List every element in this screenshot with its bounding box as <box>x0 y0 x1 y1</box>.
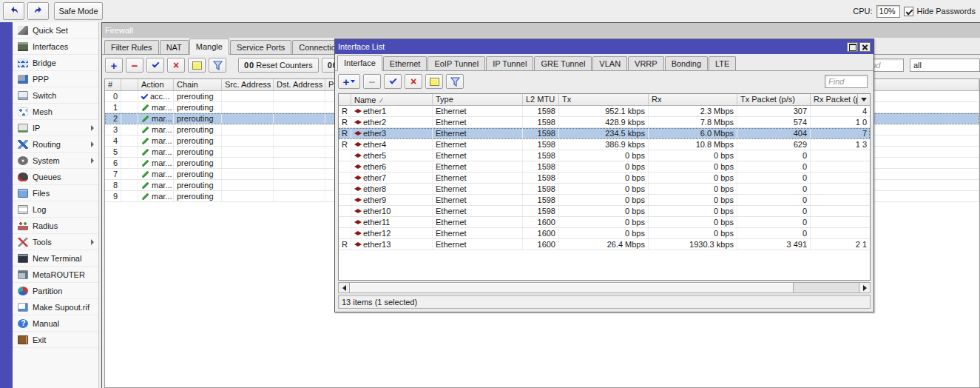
col-tx-packet[interactable]: Tx Packet (p/s) <box>737 94 811 105</box>
interface-table: Name Type L2 MTU Tx Rx Tx Packet (p/s) R… <box>338 93 871 281</box>
interface-row[interactable]: ether7 Ethernet 1598 0 bps 0 bps 0 <box>339 173 870 184</box>
scroll-right-button[interactable] <box>859 283 870 292</box>
maximize-button[interactable] <box>847 42 858 52</box>
interface-list-tab[interactable]: VLAN <box>592 56 627 70</box>
remove-interface-button[interactable]: − <box>363 74 381 89</box>
column-chooser-button[interactable] <box>857 94 870 106</box>
interface-find-input[interactable] <box>825 75 868 88</box>
interface-list-tab[interactable]: GRE Tunnel <box>534 56 592 70</box>
col-blank[interactable] <box>121 79 138 90</box>
interface-list-tab[interactable]: Interface <box>337 55 382 71</box>
filter-button[interactable] <box>209 58 226 73</box>
interface-row[interactable]: R ether13 Ethernet 1600 26.4 Mbps 1930.3… <box>339 239 870 250</box>
interface-row[interactable]: R ether3 Ethernet 1598 234.5 kbps 6.0 Mb… <box>339 128 870 139</box>
sidebar-item[interactable]: MetaROUTER <box>13 267 98 283</box>
firewall-tab[interactable]: NAT <box>160 40 189 54</box>
scrollbar-thumb[interactable] <box>350 283 794 292</box>
firewall-tab[interactable]: Filter Rules <box>104 40 159 54</box>
supout-icon <box>18 303 28 312</box>
interface-list-tab[interactable]: Ethernet <box>383 56 428 70</box>
col-rx[interactable]: Rx <box>649 94 737 105</box>
plus-icon: + <box>111 60 118 71</box>
horizontal-scrollbar[interactable] <box>338 282 871 293</box>
add-interface-button[interactable]: + <box>338 74 360 89</box>
cpu-value: 10% <box>876 5 900 18</box>
sidebar-item[interactable]: Quick Set <box>13 22 98 39</box>
ppp-icon <box>18 75 28 84</box>
x-icon: × <box>173 60 179 70</box>
interface-list-tab[interactable]: EoIP Tunnel <box>428 56 485 70</box>
scroll-left-button[interactable] <box>339 283 350 292</box>
interface-list-tab[interactable]: IP Tunnel <box>486 56 533 70</box>
col-src-address[interactable]: Src. Address <box>222 79 274 90</box>
sidebar-item[interactable]: Log <box>13 201 98 218</box>
partition-icon <box>18 287 28 295</box>
interface-row[interactable]: ether8 Ethernet 1598 0 bps 0 bps 0 <box>339 184 870 195</box>
sidebar-item[interactable]: PPP <box>13 71 98 87</box>
queues-icon <box>18 173 28 181</box>
close-button[interactable] <box>859 42 871 52</box>
sidebar-item[interactable]: Routing <box>13 136 98 153</box>
sidebar-item[interactable]: Exit <box>13 332 98 348</box>
sidebar-item[interactable]: System <box>13 153 98 169</box>
x-icon: × <box>410 76 416 87</box>
remove-rule-button[interactable]: − <box>126 58 143 73</box>
sidebar-item[interactable]: Switch <box>13 87 98 104</box>
sidebar-item[interactable]: Make Supout.rif <box>13 299 98 315</box>
col-flag[interactable] <box>339 94 351 105</box>
interface-row[interactable]: ether12 Ethernet 1600 0 bps 0 bps 0 <box>339 228 870 239</box>
interface-list-tab[interactable]: Bonding <box>665 56 708 70</box>
add-rule-button[interactable]: + <box>105 58 123 73</box>
redo-button[interactable] <box>27 2 49 20</box>
sidebar-item[interactable]: New Terminal <box>13 250 98 267</box>
interface-row[interactable]: ether5 Ethernet 1598 0 bps 0 bps 0 <box>339 150 870 161</box>
interface-row[interactable]: R ether1 Ethernet 1598 952.1 kbps 2.3 Mb… <box>339 106 870 117</box>
col-l2mtu[interactable]: L2 MTU <box>523 94 559 105</box>
interface-row[interactable]: R ether4 Ethernet 1598 386.9 kbps 10.8 M… <box>339 139 870 150</box>
interface-list-tab[interactable]: LTE <box>709 56 736 70</box>
undo-button[interactable] <box>3 2 24 20</box>
col-action[interactable]: Action <box>138 79 174 90</box>
col-dst-address[interactable]: Dst. Address <box>274 79 325 90</box>
disable-interface-button[interactable]: × <box>405 74 422 89</box>
col-type[interactable]: Type <box>433 94 523 105</box>
interface-table-header: Name Type L2 MTU Tx Rx Tx Packet (p/s) R… <box>339 94 870 106</box>
mark-icon <box>142 137 149 144</box>
filter-button[interactable] <box>446 74 464 89</box>
disable-rule-button[interactable]: × <box>167 58 185 73</box>
interface-row[interactable]: ether10 Ethernet 1598 0 bps 0 bps 0 <box>339 206 870 217</box>
interface-row[interactable]: ether6 Ethernet 1598 0 bps 0 bps 0 <box>339 161 870 173</box>
sidebar-item[interactable]: Queues <box>13 169 98 185</box>
scrollbar-track[interactable] <box>794 283 859 292</box>
hide-passwords-checkbox[interactable] <box>904 7 913 16</box>
comment-button[interactable] <box>188 58 206 73</box>
check-icon <box>152 61 159 68</box>
sidebar-item[interactable]: Tools <box>13 234 98 250</box>
interface-list-tab[interactable]: VRRP <box>628 56 664 70</box>
sidebar-item[interactable]: Mesh <box>13 104 98 120</box>
col-chain[interactable]: Chain <box>174 79 222 90</box>
firewall-tab[interactable]: Mangle <box>189 39 229 55</box>
firewall-tab[interactable]: Service Ports <box>230 40 291 54</box>
interface-row[interactable]: R ether2 Ethernet 1598 428.9 kbps 7.8 Mb… <box>339 117 870 128</box>
interface-row[interactable]: ether11 Ethernet 1600 0 bps 0 bps 0 <box>339 217 870 228</box>
enable-interface-button[interactable] <box>384 74 402 89</box>
sidebar-item[interactable]: Manual <box>13 315 98 332</box>
col-name[interactable]: Name <box>351 94 433 105</box>
col-number[interactable]: # <box>105 79 121 90</box>
interface-row[interactable]: ether9 Ethernet 1598 0 bps 0 bps 0 <box>339 195 870 206</box>
sidebar-item[interactable]: Radius <box>13 218 98 234</box>
sidebar-item[interactable]: Files <box>13 185 98 201</box>
firewall-filter-dropdown[interactable]: all <box>910 58 980 72</box>
reset-counters-button[interactable]: 00 Reset Counters <box>238 58 319 73</box>
interface-list-titlebar[interactable]: Interface List <box>335 39 873 54</box>
sidebar-item[interactable]: Interfaces <box>13 39 98 55</box>
col-tx[interactable]: Tx <box>559 94 649 105</box>
firewall-titlebar[interactable]: Firewall <box>102 23 980 38</box>
sidebar-item[interactable]: Bridge <box>13 55 98 71</box>
safe-mode-button[interactable]: Safe Mode <box>54 2 103 20</box>
enable-rule-button[interactable] <box>146 58 164 73</box>
sidebar-item[interactable]: IP <box>13 120 98 136</box>
sidebar-item[interactable]: Partition <box>13 283 98 299</box>
comment-button[interactable] <box>425 74 443 89</box>
